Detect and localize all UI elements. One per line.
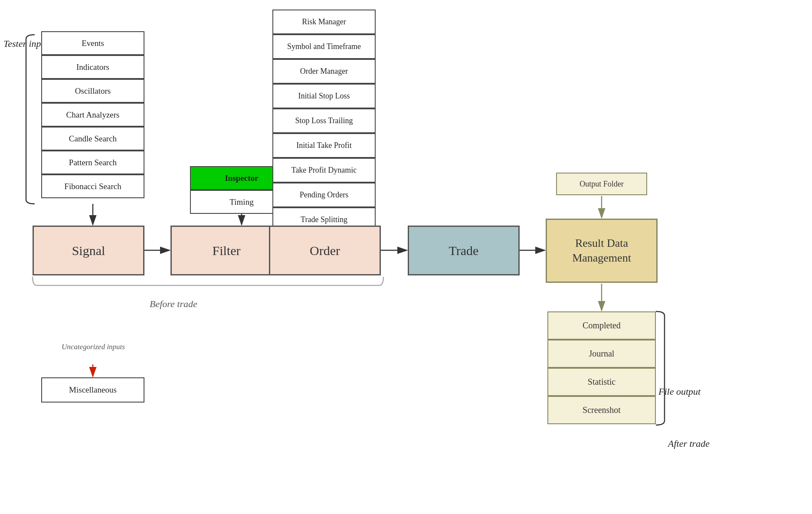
output-folder-box: Output Folder [556, 173, 647, 195]
file-output-label: File output [658, 386, 701, 397]
order-input-initial-stop-loss: Initial Stop Loss [272, 84, 376, 108]
signal-input-chart-analyzers: Chart Analyzers [41, 103, 144, 127]
misc-box: Miscellaneous [41, 377, 144, 403]
signal-inputs-group: Events Indicators Oscillators Chart Anal… [41, 31, 144, 198]
flow-box-order: Order [269, 226, 381, 275]
after-trade-label: After trade [668, 438, 710, 449]
signal-input-indicators: Indicators [41, 55, 144, 79]
flow-box-filter: Filter [170, 226, 282, 275]
flow-box-trade: Trade [408, 226, 520, 275]
order-input-symbol-timeframe: Symbol and Timeframe [272, 34, 376, 59]
file-output-screenshot: Screenshot [547, 396, 656, 424]
flow-box-result: Result DataManagement [546, 219, 658, 283]
file-output-statistic: Statistic [547, 368, 656, 396]
order-input-pending-orders: Pending Orders [272, 183, 376, 207]
signal-input-oscillators: Oscillators [41, 79, 144, 103]
diagram: Tester input Events Indicators Oscillato… [0, 0, 812, 514]
order-inputs-group: Risk Manager Symbol and Timeframe Order … [272, 10, 376, 232]
order-input-order-manager: Order Manager [272, 59, 376, 84]
file-output-completed: Completed [547, 311, 656, 340]
signal-input-candle-search: Candle Search [41, 127, 144, 151]
signal-input-events: Events [41, 31, 144, 55]
order-input-initial-take-profit: Initial Take Profit [272, 133, 376, 158]
file-output-boxes: Completed Journal Statistic Screenshot [547, 311, 656, 424]
order-input-stop-loss-trailing: Stop Loss Trailing [272, 108, 376, 133]
file-output-journal: Journal [547, 340, 656, 368]
signal-input-fibonacci-search: Fibonacci Search [41, 174, 144, 198]
order-input-risk-manager: Risk Manager [272, 10, 376, 34]
uncategorized-label: Uncategorized inputs [52, 343, 134, 351]
order-input-take-profit-dynamic: Take Profit Dynamic [272, 158, 376, 183]
signal-input-pattern-search: Pattern Search [41, 151, 144, 174]
result-label: Result DataManagement [572, 236, 631, 265]
before-trade-label: Before trade [150, 298, 197, 310]
flow-box-signal: Signal [33, 226, 144, 275]
